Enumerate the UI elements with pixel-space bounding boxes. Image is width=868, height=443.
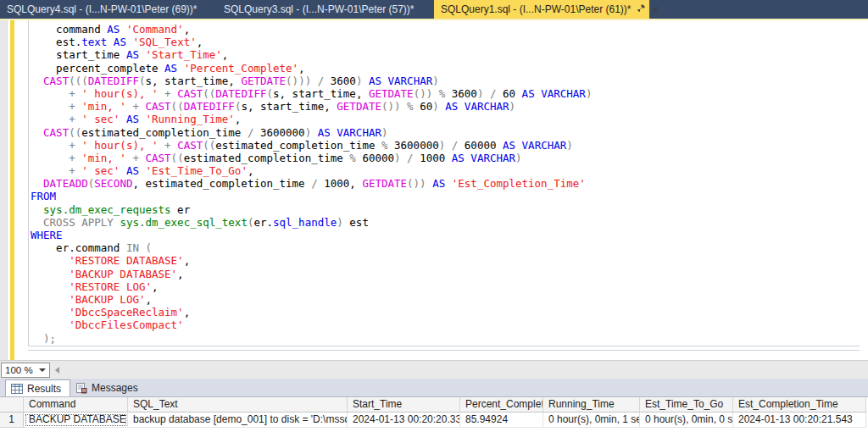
code-line: sys.dm_exec_requests er — [31, 203, 592, 216]
tab-sqlquery3[interactable]: SQLQuery3.sql - (I...N-PW-01\Peter (57))… — [217, 0, 434, 19]
code-line: CAST(((DATEDIFF(s, start_time, GETDATE()… — [31, 75, 592, 87]
cell-sql-text[interactable]: backup database [demo_001] to disk = 'D:… — [128, 413, 348, 428]
code-line: 'RESTORE LOG', — [31, 280, 592, 293]
indicator-margin — [0, 20, 8, 360]
column-header-est-time-to-go[interactable]: Est_Time_To_Go — [640, 397, 733, 413]
column-header-running-time[interactable]: Running_Time — [543, 397, 640, 413]
grid-corner-cell[interactable] — [0, 397, 24, 413]
tab-sqlquery1[interactable]: SQLQuery1.sql - (I...N-PW-01\Peter (61))… — [434, 0, 649, 19]
tab-results-label: Results — [27, 383, 61, 395]
code-line: 'BACKUP LOG', — [31, 293, 592, 306]
code-line: start_time AS 'Start_Time', — [31, 48, 592, 61]
tab-messages[interactable]: Messages — [70, 379, 147, 396]
code-line: percent_complete AS 'Percent_Complete', — [31, 62, 592, 75]
editor-statusrow: 100 % — [0, 360, 868, 379]
next-statement-outline — [28, 350, 860, 351]
ssms-query-window: SQLQuery4.sql - (I...N-PW-01\Peter (69))… — [0, 0, 868, 443]
code-line: + ' hour(s), ' + CAST((DATEDIFF(s, start… — [31, 87, 592, 100]
tab-title: SQLQuery1.sql - (I...N-PW-01\Peter (61))… — [441, 3, 632, 15]
cell-start-time[interactable]: 2024-01-13 00:20:20.333 — [348, 413, 460, 428]
cell-est-time-to-go[interactable]: 0 hour(s), 0min, 0 sec — [640, 413, 733, 428]
statement-outline-left — [28, 20, 29, 346]
code-line: CAST((estimated_completion_time / 360000… — [31, 126, 592, 139]
column-header-command[interactable]: Command — [24, 397, 128, 413]
horizontal-scrollbar[interactable] — [50, 361, 868, 379]
code-line: + ' sec' AS 'Est_Time_To_Go', — [31, 164, 592, 177]
document-tabbar: SQLQuery4.sql - (I...N-PW-01\Peter (69))… — [0, 0, 868, 19]
code-line: 'RESTORE DATABASE', — [31, 254, 592, 267]
tab-title: SQLQuery4.sql - (I...N-PW-01\Peter (69))… — [7, 3, 198, 15]
close-icon[interactable]: ✕ — [652, 5, 659, 14]
tab-title: SQLQuery3.sql - (I...N-PW-01\Peter (57))… — [224, 3, 415, 15]
code-line: + ' sec' AS 'Running_Time', — [31, 113, 592, 125]
code-line: command AS 'Command', — [31, 23, 592, 36]
statement-outline-bottom — [28, 346, 860, 346]
results-tabstrip: Results Messages — [0, 379, 868, 396]
code-line: 'DbccFilesCompact' — [31, 318, 592, 331]
column-header-est-completion-time[interactable]: Est_Completion_Time — [733, 397, 866, 413]
cell-est-completion-time[interactable]: 2024-01-13 00:20:21.543 — [733, 413, 866, 428]
code-line: CROSS APPLY sys.dm_exec_sql_text(er.sql_… — [31, 216, 592, 229]
change-tracking-bar — [10, 20, 14, 360]
chevron-down-icon — [39, 368, 46, 372]
zoom-dropdown[interactable]: 100 % — [1, 363, 50, 378]
column-header-percent-complete[interactable]: Percent_Complete — [460, 397, 543, 413]
tab-results[interactable]: Results — [5, 379, 70, 396]
code-line: er.command IN ( — [31, 241, 592, 254]
code-line: + 'min, ' + CAST((DATEDIFF(s, start_time… — [31, 100, 592, 113]
scroll-left-icon[interactable] — [55, 367, 59, 374]
tab-sqlquery4[interactable]: SQLQuery4.sql - (I...N-PW-01\Peter (69))… — [0, 0, 217, 19]
code-line: + ' hour(s), ' + CAST((estimated_complet… — [31, 139, 592, 152]
cell-running-time[interactable]: 0 hour(s), 0min, 1 sec — [543, 413, 640, 428]
pin-icon[interactable] — [637, 3, 646, 15]
column-header-start-time[interactable]: Start_Time — [348, 397, 460, 413]
code-line: DATEADD(SECOND, estimated_completion_tim… — [31, 177, 592, 190]
code-line: WHERE — [31, 229, 592, 241]
code-line: 'BACKUP DATABASE', — [31, 268, 592, 280]
zoom-value: 100 % — [5, 365, 39, 375]
code-area[interactable]: command AS 'Command', est.text AS 'SQL_T… — [31, 23, 592, 345]
tab-messages-label: Messages — [92, 382, 138, 394]
cell-command[interactable]: BACKUP DATABASE — [24, 413, 128, 428]
grid-header-row: Command SQL_Text Start_Time Percent_Comp… — [0, 397, 868, 413]
cell-percent-complete[interactable]: 85.94924 — [460, 413, 543, 428]
column-header-sql-text[interactable]: SQL_Text — [128, 397, 348, 413]
editor-pane: command AS 'Command', est.text AS 'SQL_T… — [0, 20, 868, 360]
row-number-cell[interactable]: 1 — [0, 413, 24, 428]
results-grid-icon — [11, 384, 23, 394]
code-line: + 'min, ' + CAST((estimated_completion_t… — [31, 152, 592, 164]
messages-icon — [75, 383, 87, 394]
code-line: est.text AS 'SQL_Text', — [31, 36, 592, 48]
code-line: 'DbccSpaceReclaim', — [31, 306, 592, 318]
code-line: FROM — [31, 190, 592, 202]
table-row: 1 BACKUP DATABASE backup database [demo_… — [0, 413, 868, 428]
code-line: ); — [31, 332, 592, 345]
results-grid: Command SQL_Text Start_Time Percent_Comp… — [0, 396, 868, 443]
